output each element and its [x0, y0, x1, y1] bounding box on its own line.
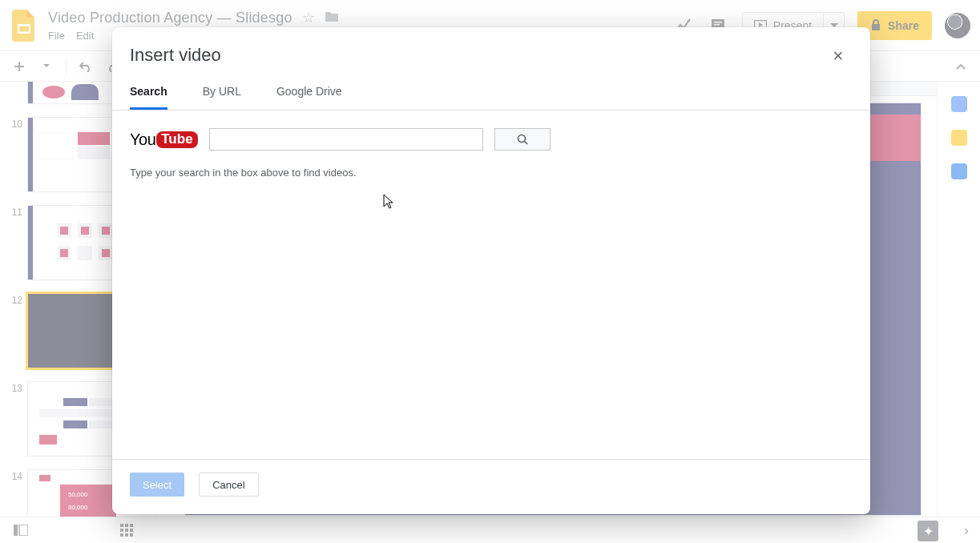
undo-button[interactable]: [78, 58, 94, 74]
search-hint: Type your search in the box above to fin…: [130, 167, 853, 179]
tab-by-url[interactable]: By URL: [203, 85, 241, 110]
filmstrip-view-icon[interactable]: [11, 521, 30, 540]
document-title[interactable]: Video Production Agency — Slidesgo: [48, 10, 292, 26]
new-slide-button[interactable]: [11, 58, 27, 74]
slide-number: 10: [8, 117, 22, 130]
collapse-panel-icon[interactable]: [953, 58, 969, 74]
slide-number: 11: [8, 205, 22, 218]
thumb-value: 50,000: [68, 491, 87, 498]
svg-rect-16: [120, 533, 123, 537]
svg-rect-10: [120, 524, 123, 527]
svg-rect-14: [125, 529, 128, 532]
cancel-button[interactable]: Cancel: [199, 473, 258, 497]
svg-rect-13: [120, 529, 123, 532]
svg-rect-11: [125, 524, 128, 527]
slides-logo[interactable]: [8, 10, 40, 42]
tasks-addon-icon[interactable]: [951, 163, 967, 179]
svg-point-19: [518, 135, 525, 143]
youtube-tube: Tube: [156, 131, 197, 148]
folder-icon[interactable]: [325, 10, 339, 26]
menu-edit[interactable]: Edit: [76, 30, 94, 42]
star-icon[interactable]: ☆: [302, 9, 315, 26]
menu-file[interactable]: File: [48, 30, 65, 42]
svg-rect-12: [130, 524, 133, 527]
bottom-bar: ✦ ›: [0, 517, 980, 543]
thumb-value: 80,000: [68, 504, 87, 511]
dialog-footer: Select Cancel: [112, 459, 870, 514]
show-sidepanel-icon[interactable]: ›: [964, 522, 969, 539]
lock-icon: [870, 19, 881, 32]
insert-video-dialog: Insert video × Search By URL Google Driv…: [112, 27, 870, 514]
svg-rect-15: [130, 529, 133, 532]
slide-number: 13: [8, 381, 22, 394]
svg-rect-3: [714, 24, 720, 26]
svg-rect-18: [130, 533, 133, 537]
grid-view-icon[interactable]: [117, 521, 136, 540]
side-panel: [937, 82, 980, 517]
search-button[interactable]: [494, 128, 550, 151]
slide-number: 12: [8, 293, 22, 306]
svg-line-20: [524, 142, 527, 145]
video-search-input[interactable]: [209, 128, 483, 151]
explore-button[interactable]: ✦: [917, 521, 938, 541]
new-slide-dropdown[interactable]: [38, 58, 54, 74]
calendar-addon-icon[interactable]: [951, 96, 967, 112]
svg-rect-2: [714, 22, 722, 23]
share-label: Share: [888, 19, 919, 32]
dialog-tabs: Search By URL Google Drive: [112, 67, 870, 111]
account-avatar[interactable]: [945, 13, 970, 38]
svg-rect-9: [19, 525, 28, 536]
close-button[interactable]: ×: [827, 45, 849, 67]
slide-number: 14: [8, 469, 22, 482]
tab-google-drive[interactable]: Google Drive: [276, 85, 342, 110]
svg-rect-17: [125, 533, 128, 537]
select-button: Select: [130, 473, 184, 497]
svg-rect-8: [14, 525, 18, 536]
youtube-you: You: [130, 131, 155, 149]
search-icon: [517, 134, 528, 145]
youtube-logo: YouTube: [130, 131, 198, 149]
dialog-body: YouTube Type your search in the box abov…: [112, 111, 870, 459]
keep-addon-icon[interactable]: [951, 130, 967, 146]
dialog-title: Insert video: [130, 45, 221, 66]
tab-search[interactable]: Search: [130, 85, 167, 110]
svg-rect-1: [19, 26, 29, 31]
